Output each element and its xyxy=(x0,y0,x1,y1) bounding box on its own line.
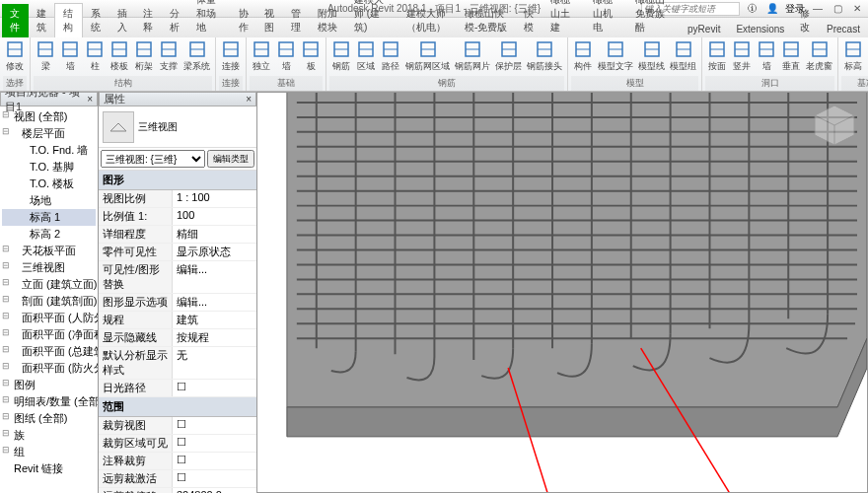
tree-item[interactable]: 面积平面 (人防分区面积) xyxy=(2,310,96,326)
tree-item[interactable]: 面积平面 (防火分区面积) xyxy=(2,360,96,377)
ribbon-column-button[interactable]: 柱 xyxy=(83,38,107,76)
tree-item[interactable]: T.O. 楼板 xyxy=(2,176,96,192)
props-value[interactable]: ☐ xyxy=(173,470,256,487)
tree-item[interactable]: Revit 链接 xyxy=(2,460,96,477)
props-row[interactable]: 比例值 1:100 xyxy=(99,208,256,226)
tree-item[interactable]: T.O. Fnd. 墙 xyxy=(2,142,96,159)
props-row[interactable]: 注释裁剪☐ xyxy=(99,453,256,470)
props-row[interactable]: 远剪裁偏移304800.0 xyxy=(99,488,256,493)
tab-mass[interactable]: 体量和场地 xyxy=(188,0,231,37)
ribbon-truss-button[interactable]: 桁架 xyxy=(132,38,156,76)
tree-item[interactable]: 组 xyxy=(2,444,96,460)
ribbon-path-button[interactable]: 路径 xyxy=(379,38,402,76)
tree-item[interactable]: 立面 (建筑立面) xyxy=(2,276,96,293)
tab-file[interactable]: 文件 xyxy=(2,4,29,37)
ribbon-group-button[interactable]: 模型组 xyxy=(668,38,698,76)
max-icon[interactable]: ▢ xyxy=(831,2,844,16)
tree-item[interactable]: 视图 (全部) xyxy=(2,108,96,125)
ribbon-isolated-button[interactable]: 独立 xyxy=(250,38,273,76)
close-icon[interactable]: ✕ xyxy=(850,2,864,16)
ribbon-mesh-button[interactable]: 钢筋网区域 xyxy=(403,38,452,76)
ribbon-wall-open-button[interactable]: 墙 xyxy=(755,38,778,76)
project-tree[interactable]: 视图 (全部)楼层平面T.O. Fnd. 墙T.O. 基脚T.O. 楼板场地标高… xyxy=(0,106,98,479)
tree-item[interactable]: 楼层平面 xyxy=(2,125,96,142)
tree-item[interactable]: 族 xyxy=(2,427,96,444)
viewport-3d[interactable] xyxy=(256,92,868,493)
tree-item[interactable]: 图纸 (全部) xyxy=(2,410,96,427)
props-close-icon[interactable]: × xyxy=(246,94,252,105)
tab-arch[interactable]: 建筑 xyxy=(29,4,55,37)
tab-manage[interactable]: 管理 xyxy=(283,4,310,37)
properties-table[interactable]: 图形视图比例1 : 100比例值 1:100详细程度精细零件可见性显示原状态可见… xyxy=(99,171,256,493)
props-row[interactable]: 零件可见性显示原状态 xyxy=(99,244,256,261)
tree-item[interactable]: 剖面 (建筑剖面) xyxy=(2,293,96,310)
ribbon-wall-found-button[interactable]: 墙 xyxy=(274,38,298,76)
props-value[interactable]: ☐ xyxy=(173,417,256,434)
tree-item[interactable]: 面积平面 (净面积) xyxy=(2,326,96,343)
ribbon-floor-button[interactable]: 楼板 xyxy=(108,38,131,76)
tree-item[interactable]: 面积平面 (总建筑面积) xyxy=(2,343,96,360)
browser-close-icon[interactable]: × xyxy=(87,94,93,105)
props-value[interactable]: 编辑... xyxy=(173,261,256,293)
props-row[interactable]: 可见性/图形替换编辑... xyxy=(99,261,256,294)
tab-analyze[interactable]: 分析 xyxy=(162,4,188,37)
ribbon-beam-system-button[interactable]: 梁系统 xyxy=(181,38,212,76)
ribbon-byface-button[interactable]: 按面 xyxy=(705,38,729,76)
ribbon-coupler-button[interactable]: 钢筋接头 xyxy=(525,38,564,76)
ribbon-wall-button[interactable]: 墙 xyxy=(58,38,82,76)
props-row[interactable]: 详细程度精细 xyxy=(99,226,256,244)
ribbon-area-button[interactable]: 区域 xyxy=(354,38,378,76)
tab-ext[interactable]: Extensions xyxy=(728,21,792,37)
tab-modify[interactable]: 修改 xyxy=(792,4,819,37)
ribbon-modify-button[interactable]: 修改 xyxy=(3,38,27,76)
signin-icon[interactable]: 👤 xyxy=(765,2,779,16)
ribbon-shaft-button[interactable]: 竖井 xyxy=(730,38,754,76)
tab-insert[interactable]: 插入 xyxy=(109,4,136,37)
props-row[interactable]: 规程建筑 xyxy=(99,312,256,329)
props-row[interactable]: 图形显示选项编辑... xyxy=(99,294,256,312)
props-value[interactable]: 编辑... xyxy=(173,294,256,311)
props-value[interactable]: 100 xyxy=(173,208,256,225)
tree-item[interactable]: T.O. 基脚 xyxy=(2,159,96,176)
props-row[interactable]: 远剪裁激活☐ xyxy=(99,470,256,488)
tree-item[interactable]: 场地 xyxy=(2,192,96,209)
ribbon-text-button[interactable]: 模型文字 xyxy=(596,38,635,76)
tree-item[interactable]: 明细表/数量 (全部) xyxy=(2,393,96,410)
props-value[interactable]: ☐ xyxy=(173,380,256,396)
type-selector[interactable]: 三维视图: {三维} xyxy=(101,150,205,168)
ribbon-brace-button[interactable]: 支撑 xyxy=(157,38,181,76)
props-value[interactable]: 1 : 100 xyxy=(173,190,256,207)
ribbon-sheet-button[interactable]: 钢筋网片 xyxy=(453,38,492,76)
ribbon-level-button[interactable]: 标高 xyxy=(841,38,865,76)
ribbon-rebar-button[interactable]: 钢筋 xyxy=(329,38,353,76)
tab-annot[interactable]: 注释 xyxy=(135,4,162,37)
props-row[interactable]: 日光路径☐ xyxy=(99,380,256,397)
tree-item[interactable]: 标高 1 xyxy=(2,209,96,226)
tree-item[interactable]: 标高 2 xyxy=(2,226,96,243)
tab-gls3[interactable]: 橄榄山机电 xyxy=(585,0,627,37)
tab-gls2[interactable]: 橄榄山土建 xyxy=(542,0,585,37)
tab-sys[interactable]: 系统 xyxy=(83,4,109,37)
tab-gls4[interactable]: 橄榄山免费族酷 xyxy=(627,0,680,37)
viewcube-icon[interactable] xyxy=(810,101,859,150)
ribbon-dormer-button[interactable]: 老虎窗 xyxy=(804,38,834,76)
ribbon-cover-button[interactable]: 保护层 xyxy=(493,38,524,76)
ribbon-line-button[interactable]: 模型线 xyxy=(636,38,667,76)
props-row[interactable]: 裁剪区域可见☐ xyxy=(99,435,256,453)
props-value[interactable]: 精细 xyxy=(173,226,256,243)
props-value[interactable]: 显示原状态 xyxy=(173,244,256,260)
ribbon-component-button[interactable]: 构件 xyxy=(571,38,595,76)
ribbon-connect-button[interactable]: 连接 xyxy=(219,38,243,76)
ribbon-vert-button[interactable]: 垂直 xyxy=(779,38,803,76)
props-value[interactable]: 按规程 xyxy=(173,329,256,346)
tab-view[interactable]: 视图 xyxy=(256,4,283,37)
props-row[interactable]: 显示隐藏线按规程 xyxy=(99,329,256,347)
help-icon[interactable]: 🛈 xyxy=(746,2,760,16)
tab-struct[interactable]: 结构 xyxy=(54,3,83,37)
tab-pyrevit[interactable]: pyRevit xyxy=(680,21,728,37)
props-row[interactable]: 裁剪视图☐ xyxy=(99,417,256,435)
props-row[interactable]: 视图比例1 : 100 xyxy=(99,190,256,208)
tab-precast[interactable]: Precast xyxy=(819,21,868,37)
tree-item[interactable]: 天花板平面 xyxy=(2,243,96,259)
ribbon-slab-button[interactable]: 板 xyxy=(299,38,323,76)
